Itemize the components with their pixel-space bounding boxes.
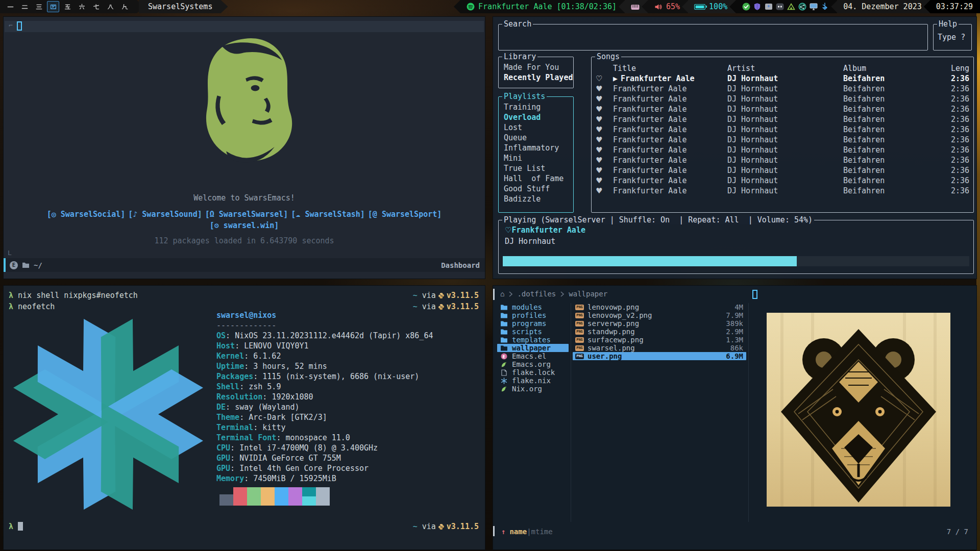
song-row[interactable]: ♥Frankfurter AaleDJ HornhautBeifahren2:3… [592, 155, 973, 165]
song-row[interactable]: ♥Frankfurter AaleDJ HornhautBeifahren2:3… [592, 94, 973, 104]
workspace-二[interactable] [18, 1, 31, 12]
sync-icon[interactable] [764, 3, 773, 11]
playlist-item-queue[interactable]: Queue [504, 133, 573, 143]
playlist-item-badizzle[interactable]: Badizzle [504, 194, 573, 204]
playlist-item-inflammatory[interactable]: Inflammatory [504, 143, 573, 153]
file-row-standwp-png[interactable]: PNGstandwp.png2.9M [573, 328, 746, 336]
playlist-item-mini[interactable]: Mini [504, 153, 573, 163]
time-text: 03:37:29 [936, 2, 973, 11]
song-row[interactable]: ♥Frankfurter AaleDJ HornhautBeifahren2:3… [592, 124, 973, 135]
file-row-swarsel-png[interactable]: PNGswarsel.png86k [573, 344, 746, 352]
song-row[interactable]: ♥Frankfurter AaleDJ HornhautBeifahren2:3… [592, 176, 973, 186]
file-row-user-png[interactable]: PNGuser.png6.9M [573, 352, 746, 360]
playlist-item-good-stuff[interactable]: Good Stuff [504, 184, 573, 194]
heart-filled-icon[interactable]: ♥ [596, 155, 613, 165]
song-album: Beifahren [843, 104, 932, 114]
song-row[interactable]: ♥Frankfurter AaleDJ HornhautBeifahren2:3… [592, 114, 973, 124]
workspace-一[interactable] [4, 1, 16, 12]
neofetch-field: CPU: Intel i7-4700MQ (8) @ 3.400GHz [216, 443, 433, 453]
file-name: serverwp.png [587, 319, 639, 328]
song-row[interactable]: ♥Frankfurter AaleDJ HornhautBeifahren2:3… [592, 186, 973, 196]
dashboard-link-swarselsocial[interactable]: [◎ SwarselSocial] [47, 210, 126, 219]
file-row-lenovowp-png[interactable]: PNGlenovowp.png4M [573, 303, 746, 311]
search-box[interactable]: Search [498, 24, 928, 51]
checkmark-icon[interactable] [742, 3, 750, 11]
songs-header: TitleArtistAlbumLeng [592, 63, 973, 73]
heart-filled-icon[interactable]: ♥ [596, 114, 613, 124]
workspace-六[interactable] [76, 1, 88, 12]
song-artist: DJ Hornhaut [727, 135, 843, 145]
playlist-item-hall-of-fame[interactable]: Hall of Fame [504, 173, 573, 184]
sidebar-item-wallpaper[interactable]: wallpaper [497, 344, 569, 352]
file-name: flake.lock [512, 368, 555, 377]
dashboard-link-swarselsound[interactable]: [♪ SwarselSound] [128, 210, 202, 219]
heart-filled-icon[interactable]: ♥ [596, 135, 613, 145]
sidebar-item-flake-nix[interactable]: flake.nix [497, 377, 569, 385]
workspace-八[interactable] [104, 1, 116, 12]
shell-prompt[interactable]: λ [9, 522, 23, 531]
dashboard-link-swarselswarsel[interactable]: [Ω SwarselSwarsel] [205, 210, 288, 219]
sidebar-item-emacs-org[interactable]: Emacs.org [497, 360, 569, 368]
song-artist: DJ Hornhaut [727, 114, 843, 124]
playlist-item-true-list[interactable]: True List [504, 163, 573, 173]
heart-filled-icon[interactable]: ♥ [596, 94, 613, 104]
sidebar-item-emacs-el[interactable]: Emacs.el [497, 352, 569, 360]
file-row-lenovowp_v2-png[interactable]: PNGlenovowp_v2.png7.9M [573, 311, 746, 319]
song-row[interactable]: ♥Frankfurter AaleDJ HornhautBeifahren2:3… [592, 145, 973, 155]
breadcrumb-part[interactable]: .dotfiles [517, 290, 556, 298]
progress-bar[interactable] [503, 256, 969, 266]
library-item-made-for-you[interactable]: Made For You [504, 62, 573, 72]
file-row-serverwp-png[interactable]: PNGserverwp.png389k [573, 319, 746, 328]
workspace-三[interactable] [33, 1, 45, 12]
neofetch-field: Terminal: kitty [216, 422, 433, 433]
sidebar-item-flake-lock[interactable]: flake.lock [497, 368, 569, 377]
sidebar-item-profiles[interactable]: profiles [497, 311, 569, 319]
breadcrumb-part[interactable]: wallpaper [569, 290, 607, 298]
song-row[interactable]: ♥Frankfurter AaleDJ HornhautBeifahren2:3… [592, 165, 973, 176]
file-name: Nix.org [512, 385, 542, 393]
song-row[interactable]: ♡▶Frankfurter AaleDJ HornhautBeifahren2:… [592, 73, 973, 84]
bear-image-preview [766, 313, 951, 507]
workspace-五[interactable] [61, 1, 74, 12]
dashboard-link-swarsel-win[interactable]: [⚙ swarsel.win] [4, 221, 485, 230]
shield-icon[interactable] [753, 3, 762, 11]
bluetooth-icon[interactable] [820, 3, 829, 11]
sidebar-item-templates[interactable]: templates [497, 336, 569, 344]
dashboard-link-swarselsport[interactable]: [@ SwarselSport] [368, 210, 442, 219]
sidebar-item-nix-org[interactable]: Nix.org [497, 385, 569, 393]
heart-filled-icon[interactable]: ♥ [596, 176, 613, 186]
now-playing-module[interactable]: Frankfurter Aale [01:38/02:36] [454, 0, 625, 13]
heart-filled-icon[interactable]: ♥ [596, 186, 613, 196]
syncthing-icon[interactable] [798, 3, 806, 11]
clock-module[interactable]: 03:37:29 [924, 0, 980, 13]
song-row[interactable]: ♥Frankfurter AaleDJ HornhautBeifahren2:3… [592, 84, 973, 94]
file-row-surfacewp-png[interactable]: PNGsurfacewp.png1.3M [573, 336, 746, 344]
sidebar-item-scripts[interactable]: scripts [497, 328, 569, 336]
library-item-recently-played[interactable]: Recently Played [504, 72, 573, 83]
heart-filled-icon[interactable]: ♥ [596, 84, 613, 94]
tent-icon[interactable] [787, 3, 795, 11]
song-row[interactable]: ♥Frankfurter AaleDJ HornhautBeifahren2:3… [592, 135, 973, 145]
heart-filled-icon[interactable]: ♥ [596, 124, 613, 135]
playlist-item-training[interactable]: Training [504, 102, 573, 112]
workspace-七[interactable] [90, 1, 102, 12]
discord-icon[interactable] [775, 3, 784, 11]
dashboard-link-swarselstash[interactable]: [☁ SwarselStash] [291, 210, 365, 219]
remote-desktop-icon[interactable] [809, 3, 818, 11]
heart-filled-icon[interactable]: ♥ [596, 165, 613, 176]
sidebar-item-programs[interactable]: programs [497, 319, 569, 328]
playlist-item-lost[interactable]: Lost [504, 122, 573, 133]
date-module[interactable]: 04. Dezember 2023 [831, 0, 930, 13]
palette-swatch [316, 487, 330, 506]
heart-filled-icon[interactable]: ♥ [596, 104, 613, 114]
folder-icon [22, 262, 30, 268]
volume-module[interactable]: 65% [642, 0, 688, 13]
playlist-item-overload[interactable]: Overload [504, 112, 573, 122]
battery-module[interactable]: 100% [682, 0, 736, 13]
sidebar-item-modules[interactable]: modules [497, 303, 569, 311]
workspace-九[interactable] [118, 1, 131, 12]
workspace-四[interactable] [47, 1, 59, 12]
heart-outline-icon[interactable]: ♡ [596, 73, 613, 84]
heart-filled-icon[interactable]: ♥ [596, 145, 613, 155]
song-row[interactable]: ♥Frankfurter AaleDJ HornhautBeifahren2:3… [592, 104, 973, 114]
